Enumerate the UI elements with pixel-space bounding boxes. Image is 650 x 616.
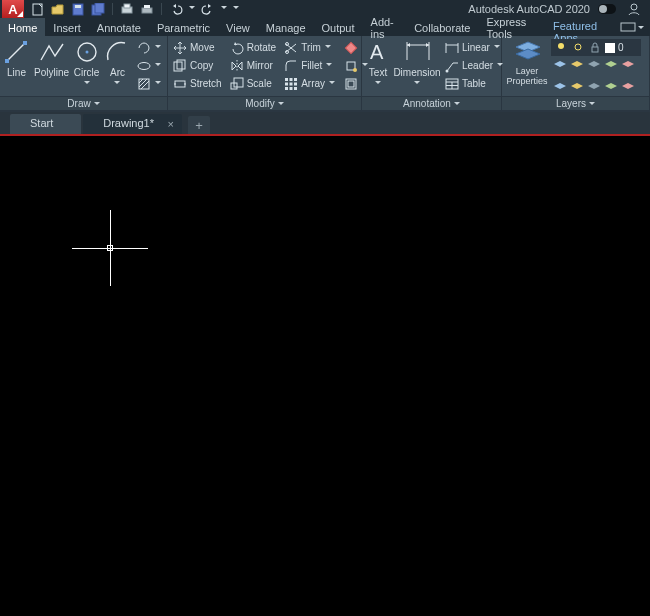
- array-icon: [284, 77, 298, 91]
- signin-button[interactable]: [620, 3, 648, 16]
- tool-layer-properties[interactable]: Layer Properties: [505, 37, 549, 87]
- tool-fillet[interactable]: Fillet: [282, 57, 338, 74]
- layer-dropdown[interactable]: 0: [551, 39, 641, 56]
- layer-make-current-icon[interactable]: [621, 59, 635, 73]
- tab-home[interactable]: Home: [0, 18, 45, 36]
- tool-rectangle[interactable]: [135, 39, 164, 56]
- doc-tab-drawing1[interactable]: Drawing1*×: [83, 114, 182, 134]
- layer-unlock-icon[interactable]: [604, 77, 618, 91]
- layer-previous-icon[interactable]: [621, 77, 635, 91]
- tool-hatch[interactable]: [135, 75, 164, 92]
- print-icon[interactable]: [139, 2, 155, 16]
- app-title: Autodesk AutoCAD 2020: [468, 3, 590, 15]
- app-menu-button[interactable]: A: [2, 0, 24, 18]
- tool-array[interactable]: Array: [282, 75, 338, 92]
- svg-rect-35: [290, 87, 293, 90]
- svg-point-54: [558, 43, 564, 49]
- plot-icon[interactable]: [119, 2, 135, 16]
- layer-freeze-icon[interactable]: [570, 59, 584, 73]
- tool-leader[interactable]: Leader: [443, 57, 506, 74]
- theme-toggle[interactable]: [598, 4, 616, 14]
- tab-insert[interactable]: Insert: [45, 18, 89, 36]
- new-tab-button[interactable]: +: [188, 116, 210, 134]
- stretch-icon: [173, 77, 187, 91]
- panel-layers-title[interactable]: Layers: [502, 96, 649, 110]
- ribbon-tabs: Home Insert Annotate Parametric View Man…: [0, 18, 650, 36]
- drawing-canvas[interactable]: [0, 134, 650, 614]
- svg-line-20: [141, 81, 149, 89]
- layer-match-icon[interactable]: [604, 59, 618, 73]
- tab-annotate[interactable]: Annotate: [89, 18, 149, 36]
- svg-rect-4: [95, 3, 104, 13]
- layer-thaw-icon[interactable]: [587, 77, 601, 91]
- open-file-icon[interactable]: [50, 2, 66, 16]
- svg-line-18: [139, 79, 143, 83]
- svg-line-11: [7, 43, 25, 61]
- tab-addins[interactable]: Add-ins: [363, 18, 407, 36]
- layer-off-icon[interactable]: [553, 77, 567, 91]
- tool-stretch[interactable]: Stretch: [171, 75, 224, 92]
- undo-dropdown[interactable]: [188, 2, 196, 16]
- qat-customize-dropdown[interactable]: [232, 2, 240, 16]
- tool-copy[interactable]: Copy: [171, 57, 224, 74]
- doc-tab-start[interactable]: Start: [10, 114, 81, 134]
- layer-state-icon[interactable]: [553, 59, 567, 73]
- layer-properties-icon: [514, 39, 540, 65]
- ellipse-icon: [137, 59, 151, 73]
- tool-table[interactable]: Table: [443, 75, 506, 92]
- tab-featured-apps[interactable]: Featured Apps: [545, 18, 614, 36]
- explode-icon: [344, 59, 358, 73]
- tool-trim[interactable]: Trim: [282, 39, 338, 56]
- svg-rect-17: [139, 79, 149, 89]
- save-icon[interactable]: [70, 2, 86, 16]
- svg-rect-22: [177, 60, 185, 69]
- svg-rect-2: [75, 5, 81, 8]
- panel-layers: Layer Properties 0: [502, 36, 650, 110]
- tool-line[interactable]: Line: [3, 37, 30, 78]
- tool-linear[interactable]: Linear: [443, 39, 506, 56]
- tab-express-tools[interactable]: Express Tools: [478, 18, 545, 36]
- ribbon-options-button[interactable]: [614, 18, 650, 36]
- fillet-icon: [284, 59, 298, 73]
- panel-modify: Move Copy Stretch Rotate Mirror Scale Tr…: [168, 36, 362, 110]
- tool-arc-label: Arc: [110, 67, 125, 78]
- svg-rect-12: [5, 59, 9, 63]
- svg-rect-32: [290, 82, 293, 85]
- svg-point-27: [286, 50, 289, 53]
- tool-rotate[interactable]: Rotate: [228, 39, 278, 56]
- tab-parametric[interactable]: Parametric: [149, 18, 218, 36]
- tool-scale[interactable]: Scale: [228, 75, 278, 92]
- tool-ellipse[interactable]: [135, 57, 164, 74]
- svg-point-9: [631, 4, 637, 10]
- undo-icon[interactable]: [168, 2, 184, 16]
- table-icon: [445, 77, 459, 91]
- save-as-icon[interactable]: [90, 2, 106, 16]
- tool-polyline[interactable]: Polyline: [34, 37, 69, 78]
- panel-draw: Line Polyline Circle Arc Draw: [0, 36, 168, 110]
- copy-icon: [173, 59, 187, 73]
- layer-color-swatch: [605, 43, 615, 53]
- tool-text[interactable]: A Text: [365, 37, 391, 87]
- new-file-icon[interactable]: [30, 2, 46, 16]
- tool-move[interactable]: Move: [171, 39, 224, 56]
- panel-annotation-title[interactable]: Annotation: [362, 96, 501, 110]
- tool-circle[interactable]: Circle: [73, 37, 100, 87]
- tab-view[interactable]: View: [218, 18, 258, 36]
- tab-output[interactable]: Output: [314, 18, 363, 36]
- layer-lock-icon[interactable]: [587, 59, 601, 73]
- panel-draw-title[interactable]: Draw: [0, 96, 167, 110]
- layer-isolate-icon[interactable]: [570, 77, 584, 91]
- panel-modify-title[interactable]: Modify: [168, 96, 361, 110]
- tool-dimension[interactable]: Dimension: [395, 37, 439, 87]
- title-bar: A Autodesk AutoCAD 2020: [0, 0, 650, 18]
- tab-collaborate[interactable]: Collaborate: [406, 18, 478, 36]
- close-tab-icon[interactable]: ×: [168, 118, 174, 130]
- svg-rect-56: [592, 47, 598, 52]
- lightbulb-icon: [554, 41, 568, 55]
- tool-arc[interactable]: Arc: [104, 37, 131, 87]
- tool-mirror[interactable]: Mirror: [228, 57, 278, 74]
- redo-icon[interactable]: [200, 2, 216, 16]
- redo-dropdown[interactable]: [220, 2, 228, 16]
- trim-icon: [284, 41, 298, 55]
- tab-manage[interactable]: Manage: [258, 18, 314, 36]
